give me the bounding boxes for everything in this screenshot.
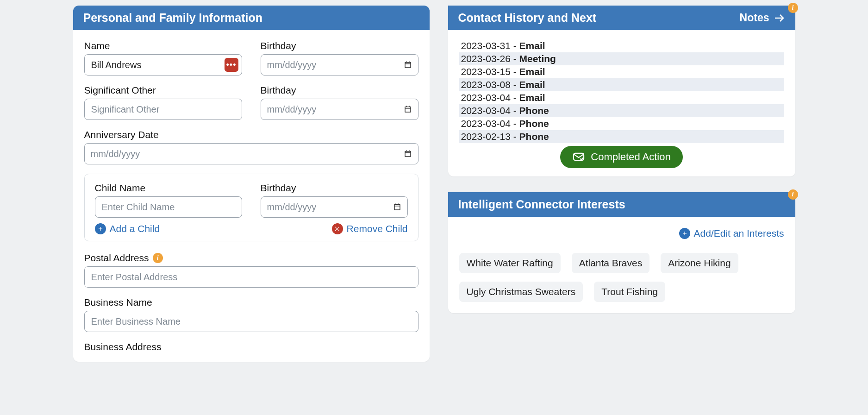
history-row[interactable]: 2023-03-04 - Email xyxy=(459,91,784,104)
history-type: Phone xyxy=(519,131,549,142)
birthday-input[interactable] xyxy=(261,54,418,75)
anniversary-input[interactable] xyxy=(84,143,418,164)
completed-action-button[interactable]: Completed Action xyxy=(560,146,682,168)
anniversary-label: Anniversary Date xyxy=(84,129,418,140)
history-row[interactable]: 2023-03-04 - Phone xyxy=(459,104,784,117)
history-type: Email xyxy=(519,79,545,90)
interest-tag[interactable]: White Water Rafting xyxy=(459,253,561,273)
child-name-label: Child Name xyxy=(95,182,242,194)
name-input[interactable] xyxy=(84,54,242,75)
add-child-label: Add a Child xyxy=(110,223,160,234)
name-label: Name xyxy=(84,40,242,51)
interest-tag[interactable]: Ugly Christmas Sweaters xyxy=(459,282,583,302)
history-row[interactable]: 2023-03-04 - Phone xyxy=(459,117,784,130)
personal-header: Personal and Family Information xyxy=(73,6,430,30)
history-header-title: Contact History and Next xyxy=(458,11,597,25)
notes-link[interactable]: Notes xyxy=(740,12,785,24)
history-date: 2023-03-15 xyxy=(461,66,511,77)
info-icon[interactable]: i xyxy=(788,3,798,13)
child-birthday-label: Birthday xyxy=(261,182,408,194)
interests-header: Intelligent Connector Interests xyxy=(448,192,795,217)
history-row[interactable]: 2023-03-08 - Email xyxy=(459,78,784,91)
history-date: 2023-03-04 xyxy=(461,105,511,116)
history-row[interactable]: 2023-03-26 - Meeting xyxy=(459,52,784,65)
history-date: 2023-03-31 xyxy=(461,40,511,51)
add-interests-button[interactable]: Add/Edit an Interests xyxy=(679,228,784,239)
child-name-input[interactable] xyxy=(95,196,242,218)
biz-name-label: Business Name xyxy=(84,297,418,308)
interest-tag[interactable]: Arizone Hiking xyxy=(661,253,738,273)
info-icon[interactable]: i xyxy=(788,189,798,200)
add-interests-label: Add/Edit an Interests xyxy=(694,228,784,239)
child-birthday-input[interactable] xyxy=(261,196,408,218)
info-icon[interactable]: i xyxy=(153,253,163,263)
child-box: Child Name Birthday mm/dd/yyyy xyxy=(84,174,418,241)
plus-icon xyxy=(679,228,690,239)
envelope-check-icon xyxy=(572,151,585,163)
history-card: i Contact History and Next Notes 2023-03… xyxy=(448,6,795,176)
remove-child-button[interactable]: Remove Child xyxy=(332,223,408,234)
remove-child-label: Remove Child xyxy=(347,223,408,234)
interest-tag[interactable]: Atlanta Braves xyxy=(572,253,650,273)
history-date: 2023-02-13 xyxy=(461,131,511,142)
so-input[interactable] xyxy=(84,99,242,120)
history-date: 2023-03-08 xyxy=(461,79,511,90)
history-type: Email xyxy=(519,40,545,51)
postal-label: Postal Address xyxy=(84,252,149,264)
so-label: Significant Other xyxy=(84,85,242,96)
personal-header-title: Personal and Family Information xyxy=(83,11,263,25)
biz-addr-label: Business Address xyxy=(84,341,418,352)
close-icon xyxy=(332,223,343,234)
history-header: Contact History and Next Notes xyxy=(448,6,795,30)
postal-input[interactable] xyxy=(84,266,418,288)
so-birthday-input[interactable] xyxy=(261,99,418,120)
history-type: Meeting xyxy=(519,53,556,64)
biz-name-input[interactable] xyxy=(84,311,418,332)
interests-card: i Intelligent Connector Interests Add/Ed… xyxy=(448,192,795,313)
birthday-label: Birthday xyxy=(261,40,418,51)
history-date: 2023-03-04 xyxy=(461,92,511,103)
history-type: Email xyxy=(519,92,545,103)
history-row[interactable]: 2023-03-31 - Email xyxy=(459,39,784,52)
history-row[interactable]: 2023-02-13 - Phone xyxy=(459,130,784,143)
personal-card: Personal and Family Information Name ••• xyxy=(73,6,430,362)
name-more-button[interactable]: ••• xyxy=(225,58,238,72)
history-type: Email xyxy=(519,66,545,77)
notes-label: Notes xyxy=(740,12,769,24)
interest-tags: White Water RaftingAtlanta BravesArizone… xyxy=(459,253,784,302)
interests-header-title: Intelligent Connector Interests xyxy=(458,198,625,211)
history-type: Phone xyxy=(519,105,549,116)
history-date: 2023-03-04 xyxy=(461,118,511,129)
history-list: 2023-03-31 - Email2023-03-26 - Meeting20… xyxy=(448,30,795,176)
plus-icon xyxy=(95,223,106,234)
history-row[interactable]: 2023-03-15 - Email xyxy=(459,65,784,78)
interest-tag[interactable]: Trout Fishing xyxy=(594,282,665,302)
add-child-button[interactable]: Add a Child xyxy=(95,223,160,234)
so-birthday-label: Birthday xyxy=(261,85,418,96)
history-date: 2023-03-26 xyxy=(461,53,511,64)
history-type: Phone xyxy=(519,118,549,129)
completed-label: Completed Action xyxy=(591,151,670,163)
arrow-right-icon xyxy=(773,13,785,24)
